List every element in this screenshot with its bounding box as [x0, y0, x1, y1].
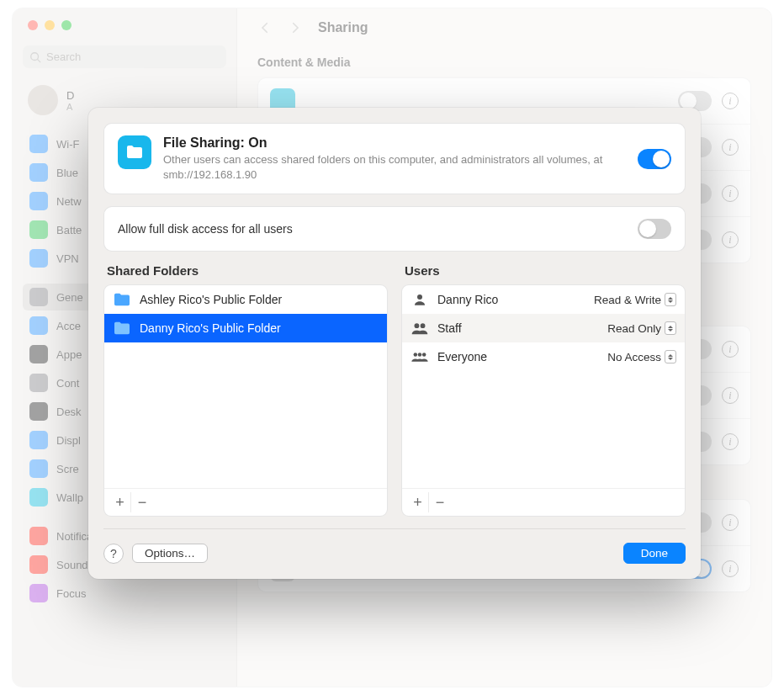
sidebar-item-label: Gene: [56, 291, 83, 304]
shared-folder-item[interactable]: Ashley Rico's Public Folder: [104, 285, 387, 314]
users-heading: Users: [401, 263, 686, 284]
sidebar-item[interactable]: Focus: [23, 580, 226, 607]
sidebar-icon: [29, 374, 48, 392]
remove-folder-button[interactable]: −: [131, 492, 153, 512]
user-name: Danny Rico: [437, 293, 498, 306]
search-input[interactable]: Search: [23, 45, 226, 68]
file-sharing-toggle[interactable]: [638, 149, 671, 169]
zoom-icon[interactable]: [61, 20, 72, 30]
avatar: [28, 85, 58, 115]
shared-folder-item[interactable]: Danny Rico's Public Folder: [104, 314, 387, 342]
svg-point-0: [31, 52, 39, 60]
svg-point-5: [414, 353, 418, 357]
svg-line-1: [38, 59, 41, 62]
section-heading-content: Content & Media: [257, 56, 751, 69]
full-disk-label: Allow full disk access for all users: [118, 222, 293, 236]
sidebar-item-label: Wallp: [56, 491, 83, 504]
svg-point-4: [421, 323, 426, 328]
sidebar-icon: [29, 163, 48, 182]
svg-point-6: [418, 353, 422, 357]
folder-icon: [113, 292, 131, 307]
file-sharing-sheet: File Sharing: On Other users can access …: [88, 108, 701, 579]
svg-point-3: [415, 323, 420, 328]
sidebar-item-label: Scre: [56, 463, 79, 475]
sidebar-item-label: Displ: [56, 434, 81, 447]
sidebar-icon: [29, 220, 48, 239]
help-button[interactable]: ?: [103, 544, 124, 564]
user-item[interactable]: Everyone No Access: [402, 342, 685, 371]
search-placeholder: Search: [46, 50, 81, 63]
sidebar-icon: [29, 288, 48, 306]
info-icon[interactable]: i: [722, 560, 739, 577]
folder-name: Danny Rico's Public Folder: [140, 321, 281, 335]
svg-point-2: [417, 294, 422, 300]
sidebar-item-label: Appe: [56, 348, 82, 361]
user-name: Everyone: [437, 350, 487, 363]
users-list[interactable]: Danny Rico Read & Write Staff Read Only …: [401, 284, 686, 517]
user-name: Staff: [437, 321, 462, 335]
sidebar-icon: [29, 555, 48, 574]
folder-name: Ashley Rico's Public Folder: [140, 293, 282, 306]
sidebar-icon: [29, 402, 48, 421]
sidebar-item-label: Desk: [56, 406, 82, 418]
sidebar-icon: [29, 488, 48, 507]
file-sharing-desc: Other users can access shared folders on…: [163, 152, 626, 182]
sidebar-icon: [29, 459, 48, 478]
sidebar-item-label: Sound: [56, 559, 88, 571]
sidebar-item-label: Blue: [56, 167, 78, 179]
add-user-button[interactable]: +: [407, 492, 429, 512]
permission-popup[interactable]: [665, 350, 676, 363]
sidebar-icon: [29, 249, 48, 268]
close-icon[interactable]: [28, 20, 38, 30]
minimize-icon[interactable]: [45, 20, 55, 30]
shared-folders-list[interactable]: Ashley Rico's Public FolderDanny Rico's …: [103, 284, 388, 517]
permission-popup[interactable]: [665, 293, 676, 306]
add-folder-button[interactable]: +: [109, 492, 131, 512]
sidebar-item-label: Wi-F: [56, 138, 79, 151]
user-icon: [411, 292, 429, 307]
user-item[interactable]: Staff Read Only: [402, 314, 685, 342]
sidebar-item-label: Cont: [56, 377, 79, 390]
shared-folders-heading: Shared Folders: [103, 263, 388, 284]
sidebar-item-label: Batte: [56, 224, 82, 236]
back-icon[interactable]: [257, 20, 273, 35]
sidebar-icon: [29, 527, 48, 545]
sidebar-item-label: Netw: [56, 195, 82, 208]
user-permission: Read Only: [607, 322, 661, 335]
svg-point-7: [422, 353, 426, 357]
user-permission: No Access: [607, 351, 661, 363]
sidebar-icon: [29, 192, 48, 210]
sidebar-icon: [29, 345, 48, 363]
user-permission: Read & Write: [594, 294, 661, 306]
file-sharing-title: File Sharing: On: [163, 135, 626, 151]
options-button[interactable]: Options…: [132, 544, 208, 563]
file-sharing-icon: [118, 135, 151, 169]
sidebar-icon: [29, 316, 48, 335]
sidebar-icon: [29, 135, 48, 153]
user-item[interactable]: Danny Rico Read & Write: [402, 285, 685, 314]
window-traffic-lights[interactable]: [23, 20, 226, 30]
forward-icon[interactable]: [288, 20, 303, 35]
sidebar-item-label: Focus: [56, 587, 86, 600]
sidebar-icon: [29, 584, 48, 602]
sidebar-item-label: VPN: [56, 252, 79, 265]
search-icon: [29, 51, 41, 63]
folder-icon: [113, 321, 131, 336]
remove-user-button[interactable]: −: [429, 492, 451, 512]
user-icon: [411, 349, 429, 364]
sidebar-item-label: Acce: [56, 320, 81, 332]
info-icon[interactable]: i: [722, 514, 739, 531]
page-title: Sharing: [318, 20, 368, 35]
sidebar-icon: [29, 431, 48, 449]
permission-popup[interactable]: [665, 321, 676, 335]
user-icon: [411, 321, 429, 336]
full-disk-toggle[interactable]: [638, 219, 671, 239]
done-button[interactable]: Done: [623, 543, 686, 564]
